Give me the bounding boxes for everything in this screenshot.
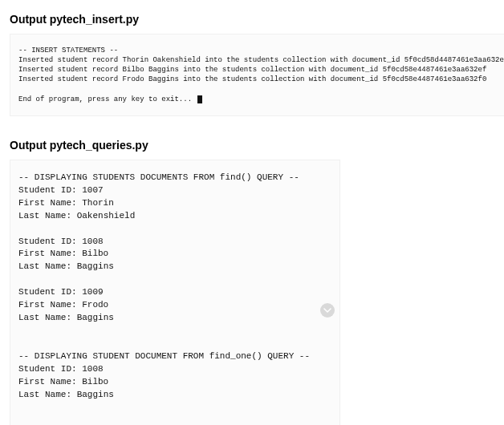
label-last: Last Name: [18,261,77,271]
panel-insert-output: -- INSERT STATEMENTS -- Inserted student… [10,34,504,116]
heading-queries: Output pytech_queries.py [10,139,494,152]
label-first: First Name: [18,377,82,387]
insert-line-2: Inserted student record Bilbo Baggins in… [18,66,486,74]
student-one-id: 1008 [82,364,103,374]
insert-line-3: Inserted student record Frodo Baggins in… [18,75,486,83]
label-sid: Student ID: [18,185,82,195]
student-2-id: 1009 [82,287,103,297]
find-title: -- DISPLAYING STUDENTS DOCUMENTS FROM fi… [18,172,299,182]
insert-footer: End of program, press any key to exit... [18,95,196,103]
label-first: First Name: [18,198,82,208]
cursor-icon [197,95,202,103]
heading-insert: Output pytech_insert.py [10,13,494,26]
student-2-last: Baggins [77,313,114,322]
code-block-queries: -- DISPLAYING STUDENTS DOCUMENTS FROM fi… [18,172,331,425]
student-one-first: Bilbo [82,377,108,387]
student-0-last: Oakenshield [77,211,136,221]
student-0-first: Thorin [82,198,114,208]
insert-line-1: Inserted student record Thorin Oakenshie… [18,56,504,64]
student-1-id: 1008 [82,237,103,246]
scroll-down-icon[interactable] [320,303,335,318]
findone-title: -- DISPLAYING STUDENT DOCUMENT FROM find… [18,351,310,361]
panel-queries-output: -- DISPLAYING STUDENTS DOCUMENTS FROM fi… [10,160,340,425]
label-sid: Student ID: [18,237,82,246]
label-sid: Student ID: [18,287,82,297]
label-first: First Name: [18,300,82,310]
label-last: Last Name: [18,390,77,399]
code-block-insert: -- INSERT STATEMENTS -- Inserted student… [18,46,497,104]
insert-title: -- INSERT STATEMENTS -- [18,47,118,55]
student-0-id: 1007 [82,185,103,195]
label-last: Last Name: [18,313,77,322]
student-2-first: Frodo [82,300,108,310]
student-1-last: Baggins [77,261,114,271]
student-one-last: Baggins [77,390,114,399]
label-first: First Name: [18,249,82,258]
student-1-first: Bilbo [82,249,108,258]
label-sid: Student ID: [18,364,82,374]
label-last: Last Name: [18,211,77,221]
